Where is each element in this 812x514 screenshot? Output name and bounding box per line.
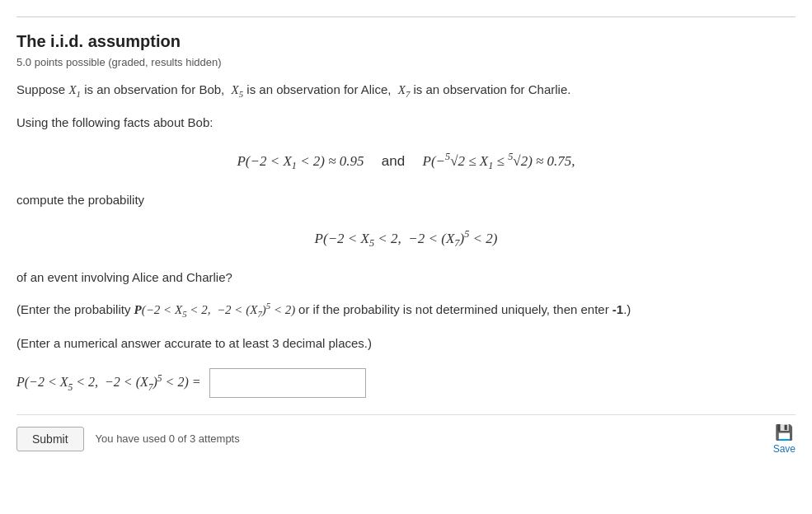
decimal-instruction: (Enter a numerical answer accurate to at… xyxy=(16,334,796,353)
answer-input[interactable] xyxy=(209,368,366,398)
fact-connector: and xyxy=(382,153,405,169)
problem-title: The i.i.d. assumption xyxy=(16,32,796,51)
answer-label: P(−2 < X5 < 2, −2 < (X7)5 < 2) = xyxy=(16,373,201,392)
compute-text: compute the probability xyxy=(16,190,796,210)
submit-button[interactable]: Submit xyxy=(16,427,84,451)
intro-text: Suppose X1 is an observation for Bob, X5… xyxy=(16,80,796,101)
save-button[interactable]: 💾 Save xyxy=(773,423,796,455)
fact2-math: P(−5√2 ≤ X1 ≤ 5√2) ≈ 0.75, xyxy=(422,153,575,169)
prob-main-math: P(−2 < X5 < 2, −2 < (X7)5 < 2) xyxy=(315,231,498,246)
problem-container: The i.i.d. assumption 5.0 points possibl… xyxy=(16,16,796,451)
event-text: of an event involving Alice and Charlie? xyxy=(16,268,796,287)
points-label: 5.0 points possible (graded, results hid… xyxy=(16,56,796,68)
using-facts-text: Using the following facts about Bob: xyxy=(16,113,796,133)
facts-display: P(−2 < X1 < 2) ≈ 0.95 and P(−5√2 ≤ X1 ≤ … xyxy=(16,151,796,172)
answer-row: P(−2 < X5 < 2, −2 < (X7)5 < 2) = xyxy=(16,368,796,398)
submit-row: Submit You have used 0 of 3 attempts 💾 S… xyxy=(16,414,796,451)
save-label: Save xyxy=(773,443,796,455)
fact1-math: P(−2 < X1 < 2) ≈ 0.95 xyxy=(237,153,367,169)
math-x5: X5 xyxy=(232,83,244,96)
probability-display: P(−2 < X5 < 2, −2 < (X7)5 < 2) xyxy=(16,228,796,250)
math-x1: X1 xyxy=(68,83,81,96)
attempts-text: You have used 0 of 3 attempts xyxy=(96,432,240,445)
save-icon: 💾 xyxy=(775,423,793,442)
enter-instruction: (Enter the probability P(−2 < X5 < 2, −2… xyxy=(16,299,796,321)
math-x7: X7 xyxy=(398,83,411,96)
enter-prob-math: P(−2 < X5 < 2, −2 < (X7)5 < 2) xyxy=(134,303,298,316)
